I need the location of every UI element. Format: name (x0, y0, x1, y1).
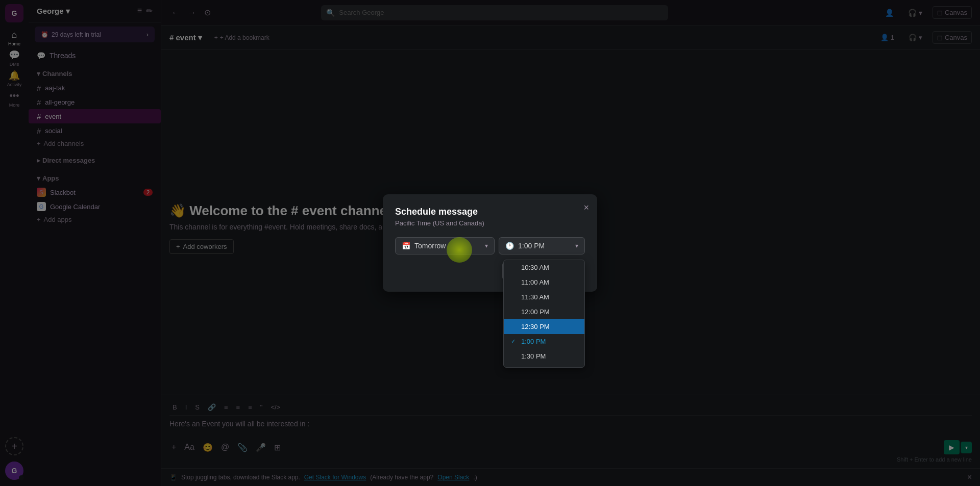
time-options-popup: 10:30 AM11:00 AM11:30 AM12:00 PM12:30 PM… (503, 260, 585, 368)
time-options-list: 10:30 AM11:00 AM11:30 AM12:00 PM12:30 PM… (504, 260, 584, 367)
date-value: Tomorrow (414, 242, 446, 250)
schedule-message-modal: Schedule message Pacific Time (US and Ca… (383, 194, 597, 292)
time-option-11-00-am[interactable]: 11:00 AM (504, 275, 584, 290)
time-option-1-30-pm[interactable]: 1:30 PM (504, 349, 584, 364)
calendar-icon: 📅 (402, 242, 410, 250)
modal-subtitle: Pacific Time (US and Canada) (395, 219, 585, 227)
modal-controls-row: 📅 Tomorrow ▾ 🕐 1:00 PM ▾ 10:30 AM11:00 A… (395, 237, 585, 254)
time-dropdown-container: 🕐 1:00 PM ▾ 10:30 AM11:00 AM11:30 AM12:0… (499, 237, 585, 254)
time-option-1-00-pm[interactable]: ✓1:00 PM (504, 334, 584, 349)
time-arrow-icon: ▾ (575, 242, 578, 249)
check-icon: ✓ (511, 338, 518, 345)
time-option-11-30-am[interactable]: 11:30 AM (504, 290, 584, 304)
modal-title: Schedule message (395, 207, 585, 217)
time-dropdown[interactable]: 🕐 1:00 PM ▾ (499, 237, 585, 254)
time-option-12-00-pm[interactable]: 12:00 PM (504, 304, 584, 319)
modal-overlay: Schedule message Pacific Time (US and Ca… (0, 0, 980, 486)
time-value: 1:00 PM (518, 242, 545, 250)
clock-icon: 🕐 (505, 242, 514, 250)
time-option-12-30-pm[interactable]: 12:30 PM (504, 319, 584, 334)
date-arrow-icon: ▾ (485, 242, 488, 249)
time-option-2-00-pm[interactable]: 2:00 PM (504, 364, 584, 367)
date-dropdown[interactable]: 📅 Tomorrow ▾ (395, 237, 495, 254)
time-option-10-30-am[interactable]: 10:30 AM (504, 260, 584, 275)
modal-close-button[interactable]: × (583, 202, 589, 213)
